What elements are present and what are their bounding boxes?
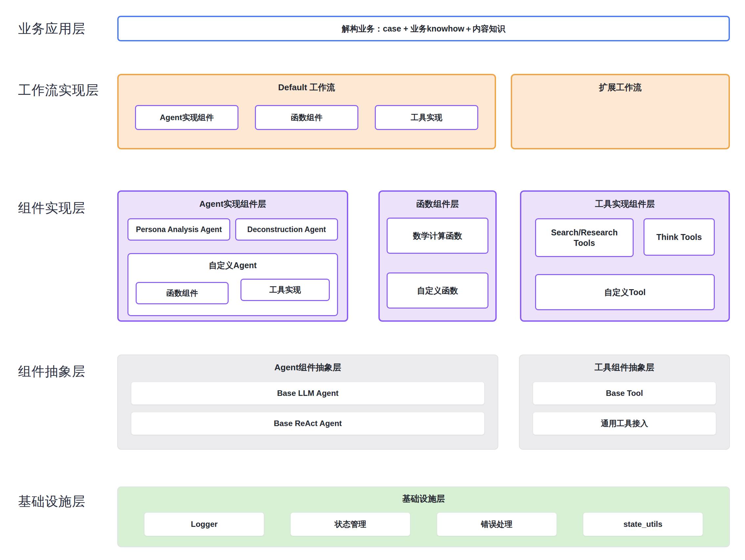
component-layer-row: 组件实现层 Agent实现组件层 Persona Analysis Agent … — [0, 190, 745, 322]
custom-agent-title: 自定义Agent — [136, 254, 330, 271]
agent-impl-title: Agent实现组件层 — [127, 192, 338, 210]
layer-label-business: 业务应用层 — [0, 16, 117, 41]
search-research-tools-box: Search/Research Tools — [535, 218, 634, 257]
tool-abstraction-title: 工具组件抽象层 — [533, 355, 716, 373]
infrastructure-layer-row: 基础设施层 基础设施层 Logger 状态管理 错误处理 state_utils — [0, 487, 745, 547]
error-handling-box: 错误处理 — [437, 513, 557, 536]
workflow-item-agent-impl: Agent实现组件 — [135, 105, 238, 130]
agent-abstraction-panel: Agent组件抽象层 Base LLM Agent Base ReAct Age… — [117, 354, 498, 450]
layer-label-components: 组件实现层 — [0, 190, 117, 322]
default-workflow-items: Agent实现组件 函数组件 工具实现 — [119, 105, 495, 130]
default-workflow-title: Default 工作流 — [119, 75, 495, 93]
layer-label-infrastructure: 基础设施层 — [0, 487, 117, 547]
custom-agent-function-box: 函数组件 — [136, 282, 229, 304]
custom-function-box: 自定义函数 — [387, 273, 488, 309]
infrastructure-title: 基础设施层 — [118, 487, 729, 504]
deconstruction-agent-box: Deconstruction Agent — [235, 218, 338, 241]
state-utils-box: state_utils — [583, 513, 703, 536]
think-tools-box: Think Tools — [644, 218, 715, 256]
workflow-item-tool: 工具实现 — [375, 105, 478, 130]
tool-impl-title: 工具实现组件层 — [535, 192, 715, 210]
tool-abstraction-panel: 工具组件抽象层 Base Tool 通用工具接入 — [519, 354, 730, 450]
layer-label-abstraction: 组件抽象层 — [0, 354, 117, 450]
custom-agent-items: 函数组件 工具实现 — [136, 279, 330, 304]
function-component-title: 函数组件层 — [387, 192, 488, 210]
logger-box: Logger — [144, 513, 264, 536]
workflow-item-function: 函数组件 — [255, 105, 358, 130]
base-llm-agent-box: Base LLM Agent — [131, 382, 485, 405]
persona-analysis-agent-box: Persona Analysis Agent — [127, 218, 230, 241]
custom-agent-tool-box: 工具实现 — [240, 279, 330, 301]
workflow-layer-row: 工作流实现层 Default 工作流 Agent实现组件 函数组件 工具实现 扩… — [0, 74, 745, 149]
generic-tool-access-box: 通用工具接入 — [533, 412, 716, 435]
custom-tool-box: 自定义Tool — [535, 274, 715, 310]
business-layer-row: 业务应用层 解构业务：case + 业务knowhow＋内容知识 — [0, 16, 745, 41]
math-function-box: 数学计算函数 — [387, 218, 488, 254]
extended-workflow-title: 扩展工作流 — [512, 75, 728, 93]
agent-impl-panel: Agent实现组件层 Persona Analysis Agent Decons… — [117, 190, 348, 322]
state-management-box: 状态管理 — [290, 513, 410, 536]
tool-impl-panel: 工具实现组件层 Search/Research Tools Think Tool… — [520, 190, 730, 322]
infrastructure-items: Logger 状态管理 错误处理 state_utils — [118, 513, 729, 536]
tool-impl-top-row: Search/Research Tools Think Tools — [535, 218, 715, 257]
default-workflow-panel: Default 工作流 Agent实现组件 函数组件 工具实现 — [117, 74, 496, 149]
function-component-panel: 函数组件层 数学计算函数 自定义函数 — [379, 190, 497, 322]
business-box: 解构业务：case + 业务knowhow＋内容知识 — [117, 16, 730, 41]
agent-abstraction-title: Agent组件抽象层 — [131, 355, 485, 373]
infrastructure-panel: 基础设施层 Logger 状态管理 错误处理 state_utils — [117, 487, 730, 547]
abstraction-layer-row: 组件抽象层 Agent组件抽象层 Base LLM Agent Base ReA… — [0, 354, 745, 450]
agent-impl-agents-row: Persona Analysis Agent Deconstruction Ag… — [127, 218, 338, 241]
custom-agent-box: 自定义Agent 函数组件 工具实现 — [127, 253, 338, 316]
extended-workflow-panel: 扩展工作流 — [511, 74, 730, 149]
base-react-agent-box: Base ReAct Agent — [131, 412, 485, 435]
base-tool-box: Base Tool — [533, 382, 716, 405]
layer-label-workflow: 工作流实现层 — [0, 74, 117, 149]
